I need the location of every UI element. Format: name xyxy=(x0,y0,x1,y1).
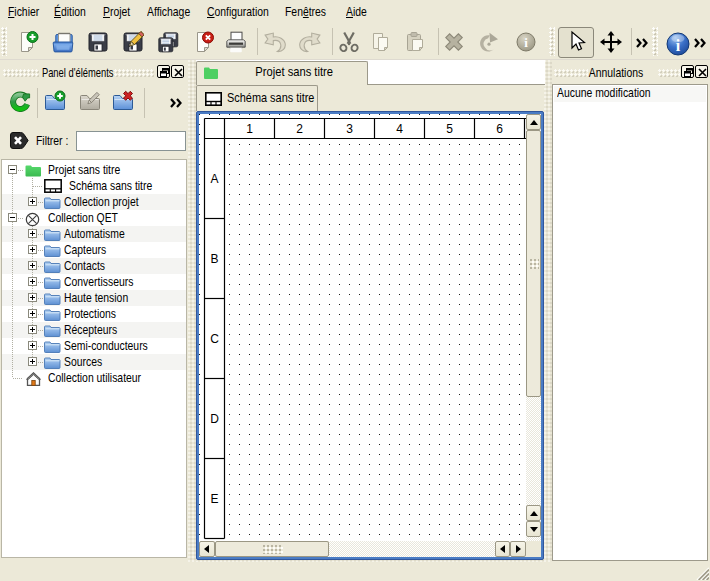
svg-text:1: 1 xyxy=(246,122,253,136)
svg-text:4: 4 xyxy=(396,122,403,136)
svg-text:D: D xyxy=(210,412,219,426)
svg-text:6: 6 xyxy=(496,122,503,136)
svg-text:i: i xyxy=(676,37,681,54)
svg-text:A: A xyxy=(210,172,218,186)
svg-text:C: C xyxy=(210,332,219,346)
svg-text:2: 2 xyxy=(296,122,303,136)
svg-text:B: B xyxy=(210,252,218,266)
svg-text:3: 3 xyxy=(346,122,353,136)
svg-text:5: 5 xyxy=(446,122,453,136)
svg-text:i: i xyxy=(524,35,528,50)
svg-text:E: E xyxy=(210,492,218,506)
